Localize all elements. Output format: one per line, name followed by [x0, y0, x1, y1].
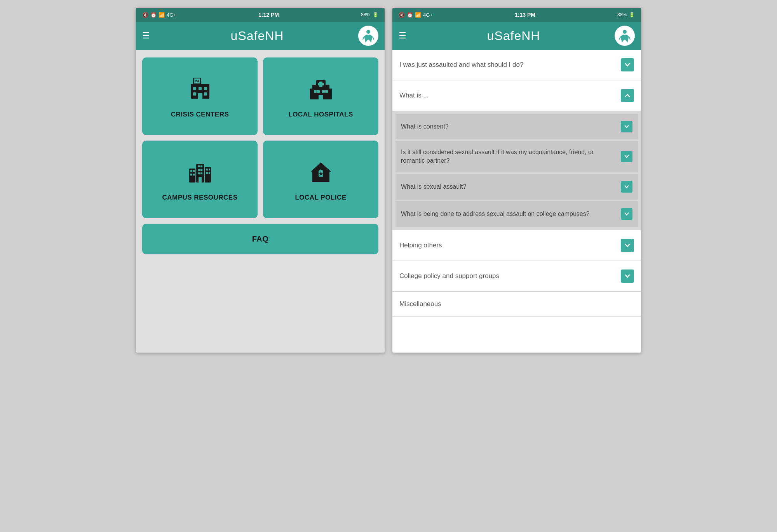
svg-rect-21: [319, 95, 323, 99]
battery-icon-2: 🔋: [629, 12, 635, 17]
chevron-down-icon: [625, 273, 630, 279]
svg-rect-33: [190, 174, 192, 176]
sub-beingdone[interactable]: What is being done to address sexual ass…: [395, 201, 638, 227]
app-header-1: ☰ uSafeNH: [136, 22, 385, 50]
logo-svg-2: [617, 28, 632, 43]
faq-misc-row[interactable]: Miscellaneous: [392, 292, 641, 316]
screen2-main: I was just assaulted and what should I d…: [392, 50, 641, 353]
faq-tile[interactable]: FAQ: [142, 224, 378, 254]
svg-rect-25: [198, 165, 200, 167]
faq-college-row[interactable]: College policy and support groups: [392, 261, 641, 291]
faq-assaulted-chevron[interactable]: [621, 58, 634, 71]
crisis-tile-label: CRISIS CENTERS: [171, 110, 229, 119]
svg-rect-13: [327, 89, 332, 99]
faq-tile-label: FAQ: [252, 235, 269, 243]
local-hospitals-tile[interactable]: LOCAL HOSPITALS: [263, 57, 378, 135]
faq-assaulted-row[interactable]: I was just assaulted and what should I d…: [392, 50, 641, 80]
faq-whatis: What is ... What is consent?: [392, 80, 641, 230]
screen1-main: 24 CRISIS CENTERS: [136, 50, 385, 353]
faq-college-chevron[interactable]: [621, 269, 634, 283]
chevron-down-icon: [624, 154, 629, 159]
svg-rect-10: [198, 93, 202, 99]
app-logo-1: [358, 26, 378, 46]
svg-rect-29: [198, 172, 200, 174]
svg-rect-36: [209, 169, 210, 170]
battery-pct-1: 88%: [361, 12, 370, 17]
battery-icon-1: 🔋: [373, 12, 378, 17]
chevron-down-icon: [624, 184, 629, 189]
sub-acquaintance[interactable]: Is it still considered sexual assault if…: [395, 141, 638, 172]
grid-row-bottom: CAMPUS RESOURCES LOCAL POLICE: [142, 141, 378, 218]
wifi-icon: 📶: [159, 12, 165, 18]
faq-whatis-chevron[interactable]: [621, 89, 634, 102]
signal-text: 4G+: [167, 12, 176, 18]
svg-rect-32: [193, 170, 195, 172]
svg-rect-34: [193, 174, 195, 176]
sub-consent-chevron[interactable]: [621, 121, 632, 132]
sub-consent-label: What is consent?: [401, 122, 621, 131]
hospitals-tile-label: LOCAL HOSPITALS: [288, 110, 353, 119]
sub-consent[interactable]: What is consent?: [395, 114, 638, 139]
police-tile-label: LOCAL POLICE: [295, 193, 346, 202]
logo-svg-1: [361, 28, 376, 43]
status-time-2: 1:13 PM: [515, 12, 535, 18]
svg-rect-16: [318, 83, 324, 85]
svg-rect-30: [200, 172, 202, 174]
mute-icon: 🔇: [142, 12, 148, 18]
svg-rect-27: [198, 169, 200, 171]
phone-screen-1: 🔇 ⏰ 📶 4G+ 1:12 PM 88% 🔋 ☰ uSafeNH: [136, 8, 385, 353]
campus-resources-tile[interactable]: CAMPUS RESOURCES: [142, 141, 258, 218]
wifi-icon-2: 📶: [415, 12, 421, 18]
sub-beingdone-label: What is being done to address sexual ass…: [401, 210, 621, 218]
app-logo-2: [615, 26, 635, 46]
faq-college: College policy and support groups: [392, 261, 641, 292]
svg-point-0: [366, 30, 370, 34]
police-icon: [308, 159, 333, 188]
status-bar-2: 🔇 ⏰ 📶 4G+ 1:13 PM 88% 🔋: [392, 8, 641, 22]
svg-rect-17: [314, 90, 317, 93]
sub-sexualassault[interactable]: What is sexual assault?: [395, 174, 638, 200]
alarm-icon-2: ⏰: [407, 12, 413, 18]
crisis-centers-tile[interactable]: 24 CRISIS CENTERS: [142, 57, 258, 135]
faq-helping-label: Helping others: [399, 242, 621, 249]
faq-whatis-row[interactable]: What is ...: [392, 80, 641, 111]
sub-beingdone-chevron[interactable]: [621, 208, 632, 220]
sub-acquaintance-chevron[interactable]: [621, 151, 632, 162]
chevron-down-icon: [624, 212, 629, 216]
svg-rect-19: [317, 90, 320, 93]
faq-assaulted: I was just assaulted and what should I d…: [392, 50, 641, 80]
grid-row-top: 24 CRISIS CENTERS: [142, 57, 378, 135]
campus-icon: [188, 159, 213, 188]
svg-rect-39: [199, 177, 202, 183]
svg-rect-12: [310, 89, 315, 99]
sub-sexualassault-chevron[interactable]: [621, 181, 632, 193]
whatis-expanded: What is consent? Is it still considered …: [392, 111, 641, 230]
chevron-down-icon: [625, 243, 630, 248]
menu-icon-1[interactable]: ☰: [142, 31, 150, 41]
alarm-icon: ⏰: [150, 12, 157, 18]
app-header-2: ☰ uSafeNH: [392, 22, 641, 50]
status-bar-1: 🔇 ⏰ 📶 4G+ 1:12 PM 88% 🔋: [136, 8, 385, 22]
faq-helping-row[interactable]: Helping others: [392, 230, 641, 261]
menu-icon-2[interactable]: ☰: [399, 31, 406, 41]
status-right-icons-1: 88% 🔋: [361, 12, 378, 17]
svg-rect-8: [193, 92, 196, 96]
svg-rect-28: [200, 169, 202, 171]
svg-rect-20: [322, 90, 325, 93]
sub-sexualassault-label: What is sexual assault?: [401, 183, 621, 191]
chevron-down-icon: [624, 124, 629, 129]
app-title-1: uSafeNH: [156, 29, 358, 43]
svg-rect-5: [193, 87, 196, 90]
battery-pct-2: 88%: [617, 12, 627, 17]
faq-misc-label: Miscellaneous: [399, 300, 634, 308]
svg-rect-37: [206, 172, 208, 174]
svg-rect-26: [200, 165, 202, 167]
svg-rect-35: [206, 169, 208, 170]
app-title-2: uSafeNH: [413, 29, 615, 43]
phone-screen-2: 🔇 ⏰ 📶 4G+ 1:13 PM 88% 🔋 ☰ uSafeNH: [392, 8, 641, 353]
local-police-tile[interactable]: LOCAL POLICE: [263, 141, 378, 218]
campus-tile-label: CAMPUS RESOURCES: [162, 193, 237, 202]
svg-rect-7: [204, 87, 207, 90]
svg-rect-38: [209, 172, 210, 174]
faq-helping-chevron[interactable]: [621, 239, 634, 252]
